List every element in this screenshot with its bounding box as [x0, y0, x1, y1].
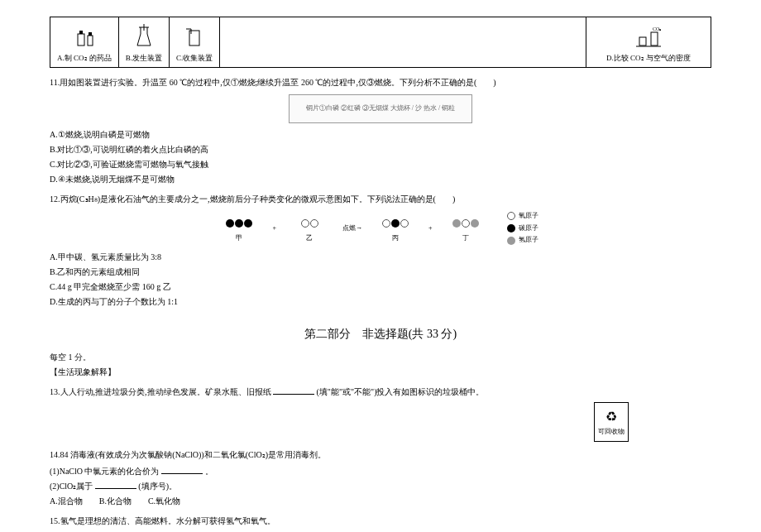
- recycle-label: 可回收物: [598, 428, 625, 435]
- q13: 13.人人行动,推进垃圾分类,推动绿色发展。矿泉水瓶、旧报纸 (填"能"或"不能…: [50, 386, 711, 399]
- atom-legend: 氧原子 碳原子 氢原子: [507, 211, 538, 246]
- mol-2: 乙: [293, 213, 326, 244]
- svg-text:CO₂: CO₂: [653, 26, 661, 31]
- flask-icon: [132, 24, 156, 49]
- cell-b-caption: B.发生装置: [126, 52, 162, 64]
- mol-3-label: 丙: [392, 233, 399, 244]
- mol-1: 甲: [223, 213, 256, 244]
- q14-c: C.氧化物: [148, 496, 180, 506]
- q14-p1b: 。: [205, 467, 213, 476]
- q15-stem: 15.氢气是理想的清洁、高能燃料。水分解可获得氢气和氧气。: [50, 515, 711, 528]
- section2-note: 每空 1 分。: [50, 351, 711, 364]
- q11-opt-a: A.①燃烧,说明白磷是可燃物: [50, 128, 711, 141]
- svg-rect-7: [639, 37, 646, 46]
- beaker-diagram: 铜片①白磷 ②红磷 ③无烟煤 大烧杯 / 沙 热水 / 铜粒: [289, 94, 472, 123]
- bottle-icon: [72, 24, 97, 49]
- section2-topic: 【生活现象解释】: [50, 366, 711, 379]
- svg-rect-8: [651, 32, 658, 46]
- svg-rect-0: [78, 34, 84, 46]
- mol-1-label: 甲: [236, 233, 242, 244]
- q11-opt-c: C.对比②③,可验证燃烧需可燃物与氧气接触: [50, 158, 711, 171]
- q14-a: A.混合物: [50, 496, 83, 506]
- q13-blank[interactable]: [273, 386, 314, 395]
- q14-blank2[interactable]: [95, 481, 136, 489]
- q14-b: B.化合物: [99, 496, 132, 506]
- balance-icon: CO₂: [636, 24, 661, 49]
- svg-rect-1: [79, 31, 83, 34]
- q14-blank1[interactable]: [161, 466, 203, 474]
- cell-b: B.发生装置: [119, 17, 170, 67]
- mol-4: 丁: [449, 213, 482, 244]
- svg-rect-3: [89, 32, 92, 36]
- empty-cell: [220, 17, 586, 67]
- legend-h: 氢原子: [519, 235, 538, 246]
- q13-text-a: 13.人人行动,推进垃圾分类,推动绿色发展。矿泉水瓶、旧报纸: [50, 387, 271, 396]
- svg-rect-2: [88, 36, 93, 46]
- q14-stem: 14.84 消毒液(有效成分为次氯酸钠(NaClO))和二氧化氯(ClO₂)是常…: [50, 448, 711, 462]
- mol-2-label: 乙: [306, 233, 313, 244]
- q11-opt-d: D.④未燃烧,说明无烟煤不是可燃物: [50, 173, 711, 186]
- q14-p2b: (填序号)。: [138, 482, 177, 491]
- q14-p2: (2)ClO₂属于 (填序号)。: [50, 480, 711, 493]
- cell-c-caption: C.收集装置: [176, 52, 213, 64]
- legend-c: 碳原子: [519, 223, 538, 234]
- q14-p1: (1)NaClO 中氯元素的化合价为 。: [50, 465, 711, 478]
- ignite-icon: 点燃→: [342, 223, 362, 234]
- collect-icon: [182, 24, 207, 49]
- q13-text-b: (填"能"或"不能")投入有如图标识的垃圾桶中。: [317, 387, 485, 396]
- q11-diagram: 铜片①白磷 ②红磷 ③无烟煤 大烧杯 / 沙 热水 / 铜粒: [50, 94, 711, 123]
- legend-o: 氧原子: [519, 211, 538, 222]
- section2-title: 第二部分 非选择题(共 33 分): [50, 325, 711, 343]
- q12-opt-b: B.乙和丙的元素组成相同: [50, 266, 711, 279]
- q14-p1a: (1)NaClO 中氯元素的化合价为: [50, 467, 160, 476]
- q12-opt-a: A.甲中碳、氢元素质量比为 3:8: [50, 251, 711, 264]
- mol-3: 丙: [379, 213, 412, 244]
- q12-diagram: 甲 + 乙 点燃→ 丙 + 丁 氧原子 碳原子 氢原子: [50, 211, 711, 246]
- cell-a: A.制 CO₂ 的药品: [50, 17, 119, 67]
- apparatus-table: A.制 CO₂ 的药品 B.发生装置 C.收集装置 CO₂ D.比较 CO₂ 与…: [50, 17, 711, 68]
- q12-stem: 12.丙烷(C₃H₈)是液化石油气的主要成分之一,燃烧前后分子种类变化的微观示意…: [50, 193, 711, 206]
- cell-d-caption: D.比较 CO₂ 与空气的密度: [606, 52, 691, 64]
- cell-c: C.收集装置: [170, 17, 220, 67]
- q11-stem: 11.用如图装置进行实验。升温至 60 ℃的过程中,仅①燃烧;继续升温至 260…: [50, 76, 711, 89]
- q12-opt-d: D.生成的丙与丁的分子个数比为 1:1: [50, 295, 711, 309]
- mol-4-label: 丁: [462, 233, 469, 244]
- q11-opt-b: B.对比①③,可说明红磷的着火点比白磷的高: [50, 143, 711, 156]
- q14-p2a: (2)ClO₂属于: [50, 482, 93, 491]
- plus-icon: +: [272, 223, 276, 234]
- plus-icon-2: +: [428, 223, 433, 234]
- q12-opt-c: C.44 g 甲完全燃烧至少需 160 g 乙: [50, 280, 711, 294]
- cell-d: CO₂ D.比较 CO₂ 与空气的密度: [586, 17, 711, 67]
- recycle-icon: 可回收物: [594, 402, 629, 442]
- q14-options: A.混合物 B.化合物 C.氧化物: [50, 495, 711, 508]
- cell-a-caption: A.制 CO₂ 的药品: [57, 52, 112, 64]
